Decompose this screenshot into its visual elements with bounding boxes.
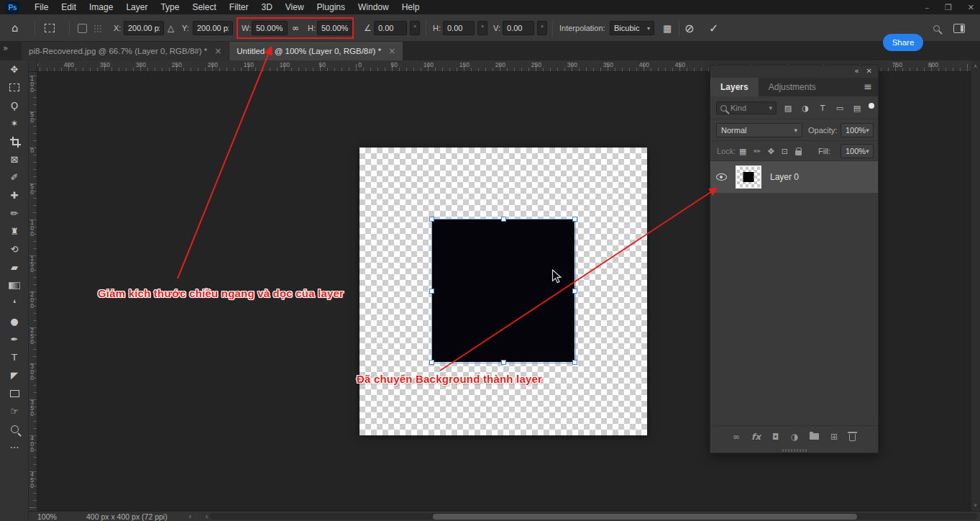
filter-shape-layers-icon[interactable]: ▭ <box>834 101 846 114</box>
opacity-select[interactable]: 100% ▾ <box>841 123 874 137</box>
lock-artboard-icon[interactable]: ⊡ <box>782 147 788 156</box>
y-position-input[interactable] <box>193 21 233 35</box>
transform-handle[interactable] <box>501 217 506 222</box>
lock-transparency-icon[interactable]: ▦ <box>739 147 746 156</box>
clone-stamp-tool[interactable]: ♜ <box>0 222 29 240</box>
frame-tool[interactable]: ⊠ <box>0 150 29 168</box>
vertical-ruler[interactable]: 1 0 05 005 01 0 01 5 02 0 02 5 03 0 03 5… <box>29 72 37 511</box>
brush-tool[interactable]: ✏ <box>0 204 29 222</box>
reference-point-locator-icon[interactable] <box>93 14 101 42</box>
document-tab-2[interactable]: Untitled-1 @ 100% (Layer 0, RGB/8#) *× <box>229 42 403 60</box>
transform-handle[interactable] <box>429 289 434 294</box>
layer-name[interactable]: Layer 0 <box>770 172 799 182</box>
zoom-tool[interactable] <box>0 420 29 438</box>
new-group-icon[interactable] <box>810 433 819 440</box>
healing-brush-tool[interactable]: ✚ <box>0 186 29 204</box>
new-adjustment-layer-icon[interactable]: ◑ <box>790 432 797 442</box>
transform-handle[interactable] <box>429 217 434 222</box>
lock-all-icon[interactable] <box>795 148 802 155</box>
rectangular-marquee-tool[interactable] <box>0 78 29 96</box>
lock-pixels-icon[interactable]: ✏ <box>754 147 760 156</box>
menu-window[interactable]: Window <box>352 1 395 14</box>
menu-image[interactable]: Image <box>83 1 119 14</box>
status-zoom-level[interactable]: 100% <box>37 512 66 521</box>
move-tool[interactable]: ✥ <box>0 60 29 78</box>
menu-filter[interactable]: Filter <box>223 1 255 14</box>
menu-view[interactable]: View <box>279 1 311 14</box>
filter-adjustment-layers-icon[interactable]: ◑ <box>800 101 811 114</box>
close-button[interactable]: ✕ <box>968 3 974 12</box>
transform-handle[interactable] <box>501 360 506 365</box>
layer-visibility-toggle[interactable] <box>710 173 732 181</box>
magic-wand-tool[interactable]: ✶ <box>0 114 29 132</box>
lock-position-icon[interactable]: ✥ <box>768 147 774 156</box>
menu-help[interactable]: Help <box>395 1 426 14</box>
toggle-reference-point-checkbox[interactable] <box>78 14 87 42</box>
dodge-tool[interactable]: ● <box>0 312 29 330</box>
collapse-panel-icon[interactable]: « <box>854 66 859 76</box>
document-tab-1[interactable]: pi8-Recovered.jpg @ 66.7% (Layer 0, RGB/… <box>22 42 229 60</box>
interpolation-select[interactable]: Bicubic ▾ <box>610 21 654 35</box>
commit-transform-button[interactable]: ✓ <box>709 14 718 42</box>
menu-edit[interactable]: Edit <box>55 1 83 14</box>
vertical-scrollbar[interactable]: ∧ ∨ <box>971 60 980 511</box>
restore-button[interactable]: ❐ <box>945 3 952 12</box>
menu-3d[interactable]: 3D <box>255 1 278 14</box>
layer-thumbnail[interactable] <box>736 166 761 189</box>
lasso-tool[interactable]: Ϙ <box>0 96 29 114</box>
vertical-skew-input[interactable] <box>503 21 534 35</box>
cancel-transform-button[interactable]: ⊘ <box>684 14 694 42</box>
panel-menu-icon[interactable]: ≡ <box>864 81 872 92</box>
menu-type[interactable]: Type <box>154 1 186 14</box>
gradient-tool[interactable] <box>0 276 29 294</box>
scroll-down-icon[interactable]: ∨ <box>974 502 977 508</box>
history-brush-tool[interactable]: ⟲ <box>0 240 29 258</box>
horizontal-scrollbar[interactable] <box>210 513 977 520</box>
horizontal-scrollbar-thumb[interactable] <box>433 514 857 520</box>
close-panel-icon[interactable]: ✕ <box>866 67 872 75</box>
rotation-input[interactable] <box>374 21 407 35</box>
transform-handle[interactable] <box>572 360 577 365</box>
share-button[interactable]: Share <box>883 34 923 51</box>
transform-handle[interactable] <box>572 217 577 222</box>
layer-effects-icon[interactable]: fx <box>751 432 761 442</box>
panel-tab-layers[interactable]: Layers <box>710 78 759 96</box>
filter-type-layers-icon[interactable]: T <box>817 101 828 114</box>
layer-filter-kind-select[interactable]: Kind ▾ <box>716 101 777 114</box>
warp-mode-icon[interactable]: ▦ <box>663 14 672 42</box>
search-icon[interactable] <box>933 14 940 42</box>
panel-overflow-icon[interactable]: » <box>3 43 8 53</box>
scroll-left-icon[interactable]: ‹ <box>206 512 208 520</box>
edit-toolbar-icon[interactable]: ⋯ <box>0 438 29 456</box>
layer-row-layer-0[interactable]: Layer 0 <box>710 161 878 193</box>
home-icon[interactable]: ⌂ <box>12 14 19 42</box>
pen-tool[interactable]: ✒ <box>0 330 29 348</box>
layer-filter-toggle[interactable] <box>869 103 874 109</box>
panel-resize-grip[interactable] <box>782 449 807 452</box>
relative-position-icon[interactable]: △ <box>168 14 174 42</box>
scroll-up-icon[interactable]: ∧ <box>974 63 977 69</box>
minimize-button[interactable]: – <box>925 3 929 12</box>
blur-tool[interactable]: ❛ <box>0 294 29 312</box>
menu-plugins[interactable]: Plugins <box>311 1 352 14</box>
type-tool[interactable]: T <box>0 348 29 366</box>
transform-handle[interactable] <box>429 360 434 365</box>
free-transform-bounding-box[interactable] <box>431 219 576 363</box>
new-layer-icon[interactable]: ⊞ <box>830 432 838 442</box>
blend-mode-select[interactable]: Normal ▾ <box>716 123 802 137</box>
horizontal-skew-input[interactable] <box>443 21 475 35</box>
close-tab-icon[interactable]: × <box>214 46 221 56</box>
eraser-tool[interactable]: ▰ <box>0 258 29 276</box>
menu-select[interactable]: Select <box>186 1 222 14</box>
status-expand-icon[interactable]: › <box>189 512 191 520</box>
filter-smart-objects-icon[interactable]: ▤ <box>851 101 863 114</box>
delete-layer-icon[interactable] <box>849 432 856 441</box>
crop-tool[interactable] <box>0 132 29 150</box>
menu-layer[interactable]: Layer <box>119 1 154 14</box>
close-tab-icon[interactable]: × <box>388 46 395 56</box>
eyedropper-tool[interactable]: ✐ <box>0 168 29 186</box>
shape-tool[interactable] <box>0 384 29 402</box>
add-layer-mask-icon[interactable]: ◘ <box>772 432 779 442</box>
hand-tool[interactable]: ☞ <box>0 402 29 420</box>
transform-handle[interactable] <box>572 289 577 294</box>
